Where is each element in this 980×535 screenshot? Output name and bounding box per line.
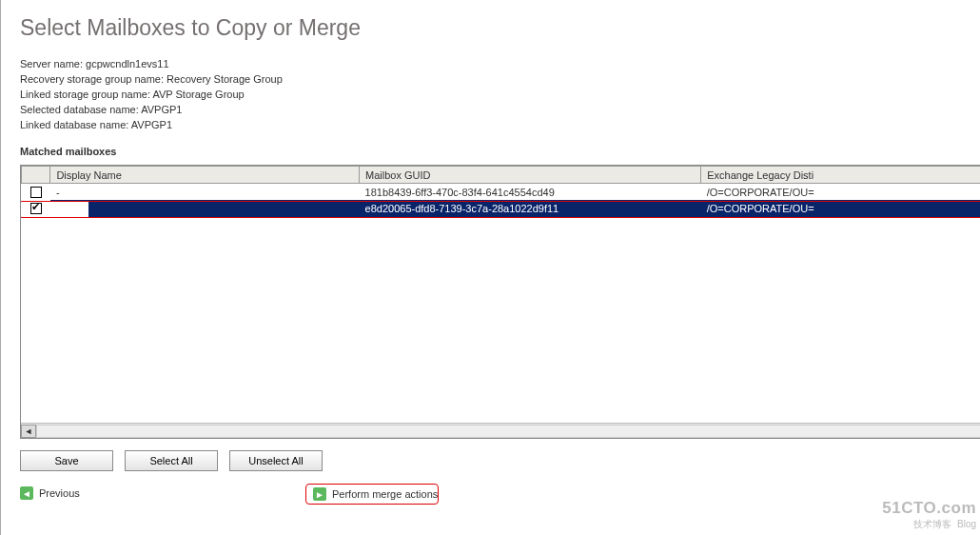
- rsg-value: Recovery Storage Group: [167, 73, 283, 85]
- sdb-value: AVPGP1: [141, 104, 182, 115]
- cell-guid: [360, 217, 701, 233]
- page-title: Select Mailboxes to Copy or Merge: [20, 15, 980, 41]
- nav-row: ◄ Previous ► Perform merge actions: [20, 486, 980, 500]
- select-all-button[interactable]: Select All: [125, 450, 218, 471]
- cell-name: -: [50, 184, 360, 201]
- scroll-left-icon[interactable]: ◄: [21, 425, 36, 438]
- rsg-label: Recovery storage group name:: [20, 73, 164, 85]
- scroll-track[interactable]: [36, 425, 980, 438]
- previous-link[interactable]: ◄ Previous: [20, 486, 80, 500]
- save-button[interactable]: Save: [20, 450, 113, 471]
- cell-name: [50, 217, 360, 233]
- col-mailbox-guid[interactable]: Mailbox GUID: [360, 167, 701, 184]
- perform-merge-link[interactable]: ► Perform merge actions: [305, 484, 445, 505]
- ldb-label: Linked database name:: [20, 119, 128, 130]
- server-label: Server name:: [20, 58, 83, 69]
- table-row[interactable]: e8d20065-dfd8-7139-3c7a-28a1022d9f11 /O=…: [22, 200, 981, 217]
- sdb-label: Selected database name:: [20, 104, 139, 115]
- matched-heading: Matched mailboxes: [20, 146, 980, 157]
- row-checkbox[interactable]: [30, 187, 42, 198]
- cell-guid: e8d20065-dfd8-7139-3c7a-28a1022d9f11: [360, 200, 701, 217]
- main-pane: Select Mailboxes to Copy or Merge Server…: [1, 0, 980, 535]
- lsg-label: Linked storage group name:: [20, 89, 150, 100]
- lsg-value: AVP Storage Group: [152, 89, 244, 100]
- info-block: Server name: gcpwcndln1evs11 Recovery st…: [20, 56, 980, 132]
- cell-name: [50, 200, 360, 217]
- col-legacy-dn[interactable]: Exchange Legacy Disti: [701, 167, 980, 184]
- h-scrollbar[interactable]: ◄ ►: [21, 423, 980, 438]
- unselect-all-button[interactable]: Unselect All: [229, 450, 323, 471]
- col-check[interactable]: [22, 167, 50, 184]
- cell-legacy: [701, 217, 980, 233]
- ldb-value: AVPGP1: [131, 119, 172, 130]
- server-value: gcpwcndln1evs11: [86, 58, 168, 69]
- mailbox-table: Display Name Mailbox GUID Exchange Legac…: [21, 166, 980, 233]
- table-row[interactable]: - 181b8439-6ff3-470c-83f4-641c4554cd49 /…: [22, 184, 981, 201]
- previous-label: Previous: [39, 487, 80, 499]
- cell-guid: 181b8439-6ff3-470c-83f4-641c4554cd49: [360, 184, 701, 201]
- row-checkbox[interactable]: [30, 203, 42, 214]
- arrow-right-icon: ►: [313, 487, 326, 501]
- arrow-left-icon: ◄: [20, 486, 33, 500]
- button-row: Save Select All Unselect All: [20, 450, 980, 471]
- table-row[interactable]: [22, 217, 981, 233]
- merge-label: Perform merge actions: [332, 488, 438, 500]
- mailbox-table-wrap: Display Name Mailbox GUID Exchange Legac…: [20, 165, 980, 439]
- cell-legacy: /O=CORPORATE/OU=: [701, 200, 980, 217]
- col-display-name[interactable]: Display Name: [50, 167, 360, 184]
- cell-legacy: /O=CORPORATE/OU=: [701, 184, 980, 201]
